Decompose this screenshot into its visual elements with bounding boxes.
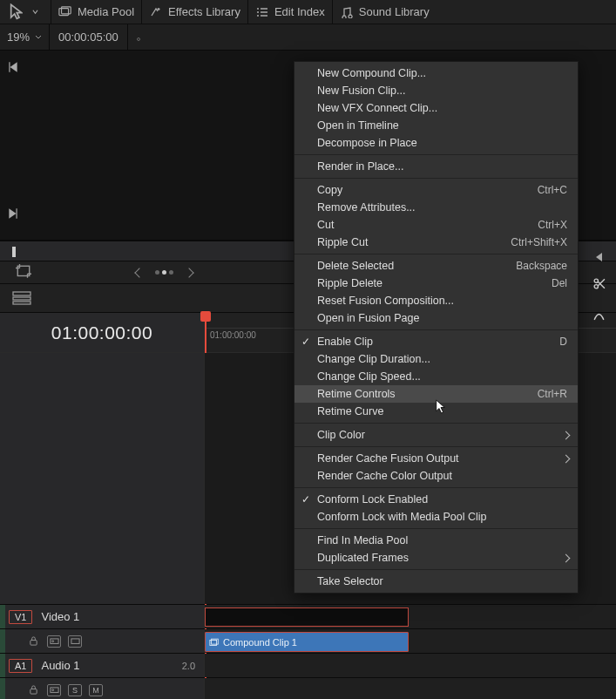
- video-clip-thumbnail[interactable]: [205, 607, 409, 627]
- menu-item-label: Render in Place...: [317, 160, 403, 173]
- clip-icon: [209, 638, 220, 647]
- edit-index-tab[interactable]: Edit Index: [248, 0, 333, 24]
- menu-item[interactable]: Open in Fusion Page: [294, 309, 578, 327]
- go-to-start-button[interactable]: [7, 61, 19, 73]
- menu-item[interactable]: New VFX Connect Clip...: [294, 99, 578, 117]
- video-track-clip-lane[interactable]: Compound Clip 1: [205, 629, 616, 653]
- lock-icon[interactable]: [26, 684, 40, 696]
- menu-item[interactable]: New Compound Clip...: [294, 64, 578, 82]
- go-to-end-button[interactable]: [7, 207, 19, 220]
- audio-track-header-row: A1 Audio 1 2.0: [0, 653, 616, 677]
- menu-item[interactable]: Delete SelectedBackspace: [294, 257, 578, 275]
- menu-item-shortcut: Ctrl+R: [538, 388, 567, 400]
- video-track-header-row: V1 Video 1: [0, 604, 616, 628]
- menu-item[interactable]: Find In Media Pool: [294, 532, 578, 549]
- media-pool-icon: [58, 7, 72, 17]
- menu-item-label: Change Clip Speed...: [317, 370, 421, 383]
- menu-item-shortcut: D: [559, 336, 567, 348]
- menu-item[interactable]: Change Clip Speed...: [294, 368, 578, 385]
- menu-item-shortcut: Ctrl+C: [538, 184, 567, 196]
- menu-item[interactable]: Conform Lock with Media Pool Clip: [294, 508, 578, 526]
- clip-context-menu: New Compound Clip...New Fusion Clip...Ne…: [294, 61, 579, 594]
- menu-item-shortcut: Backspace: [516, 260, 567, 272]
- video-track-controls-row: Compound Clip 1: [0, 628, 616, 653]
- sound-library-tab[interactable]: Sound Library: [333, 0, 437, 24]
- mute-button[interactable]: M: [89, 684, 103, 696]
- menu-item-label: Cut: [317, 219, 334, 231]
- audio-track-clip-lane[interactable]: [205, 678, 616, 699]
- menu-item-label: Enable Clip: [317, 336, 373, 348]
- menu-item[interactable]: Render in Place...: [294, 158, 578, 175]
- duration-field[interactable]: 00:00:05:00: [50, 24, 128, 50]
- menu-item[interactable]: Remove Attributes...: [294, 199, 578, 216]
- video-track-lane[interactable]: [205, 605, 616, 628]
- menu-item[interactable]: Render Cache Color Output: [294, 467, 578, 485]
- menu-item[interactable]: Render Cache Fusion Output: [294, 450, 578, 467]
- timeline-view-icon[interactable]: [12, 291, 31, 305]
- menu-item-label: Duplicated Frames: [317, 552, 409, 564]
- frame-toggle[interactable]: [68, 635, 82, 648]
- page-dots: [155, 270, 173, 275]
- compound-clip[interactable]: Compound Clip 1: [205, 632, 409, 652]
- zoom-percent: 19%: [7, 31, 30, 44]
- svg-rect-3: [13, 292, 30, 295]
- scrub-handle[interactable]: [12, 247, 16, 257]
- menu-item[interactable]: CopyCtrl+C: [294, 181, 578, 199]
- crop-icon[interactable]: [16, 264, 31, 281]
- effects-icon: [149, 7, 163, 17]
- menu-item-label: Render Cache Fusion Output: [317, 452, 459, 465]
- menu-item[interactable]: Enable ClipD: [294, 333, 578, 350]
- media-pool-label: Media Pool: [78, 5, 134, 18]
- audio-track-lane[interactable]: [205, 654, 616, 677]
- video-track-chip[interactable]: V1: [9, 610, 32, 624]
- menu-item[interactable]: Decompose in Place: [294, 134, 578, 152]
- mouse-cursor: [435, 399, 447, 417]
- menu-item-label: New VFX Connect Clip...: [317, 102, 437, 114]
- video-track-controls: [0, 629, 205, 653]
- audio-track-name: Audio 1: [41, 659, 79, 672]
- menu-item-label: Retime Curve: [317, 405, 383, 417]
- menu-item[interactable]: Open in Timeline: [294, 117, 578, 134]
- caret-down-icon: [28, 7, 42, 17]
- menu-item-shortcut: Del: [552, 277, 567, 289]
- marker-dot[interactable]: [128, 31, 149, 44]
- menu-item-label: Render Cache Color Output: [317, 470, 452, 482]
- next-button[interactable]: [184, 268, 193, 277]
- media-pool-tab[interactable]: Media Pool: [51, 0, 142, 24]
- cursor-icon: [9, 7, 23, 17]
- sound-library-label: Sound Library: [359, 5, 430, 18]
- prev-button[interactable]: [134, 268, 144, 277]
- audio-track-header[interactable]: A1 Audio 1 2.0: [0, 654, 205, 677]
- zoom-dropdown[interactable]: 19%: [0, 24, 50, 50]
- audio-track-chip[interactable]: A1: [9, 659, 32, 673]
- pointer-tool[interactable]: [0, 0, 51, 24]
- lock-icon[interactable]: [26, 635, 40, 648]
- clip-label: Compound Clip 1: [223, 637, 297, 648]
- menu-item-label: Retime Controls: [317, 388, 396, 400]
- auto-select-toggle[interactable]: [47, 635, 61, 648]
- menu-item[interactable]: New Fusion Clip...: [294, 82, 578, 99]
- master-timecode[interactable]: 01:00:00:00: [0, 313, 205, 352]
- effects-library-tab[interactable]: Effects Library: [142, 0, 248, 24]
- effects-library-label: Effects Library: [168, 5, 240, 18]
- menu-item[interactable]: Reset Fusion Composition...: [294, 292, 578, 309]
- auto-select-toggle[interactable]: [47, 684, 61, 696]
- menu-item-label: Reset Fusion Composition...: [317, 295, 454, 307]
- menu-item[interactable]: Duplicated Frames: [294, 549, 578, 567]
- menu-item[interactable]: Conform Lock Enabled: [294, 491, 578, 508]
- menu-item-label: Ripple Delete: [317, 277, 382, 289]
- menu-item[interactable]: Ripple DeleteDel: [294, 275, 578, 292]
- list-icon: [255, 7, 269, 17]
- video-track-header[interactable]: V1 Video 1: [0, 605, 205, 628]
- scissors-icon[interactable]: [592, 277, 606, 293]
- menu-item[interactable]: Change Clip Duration...: [294, 350, 578, 368]
- curve-icon[interactable]: [592, 309, 606, 324]
- menu-item[interactable]: Take Selector: [294, 573, 578, 590]
- menu-item[interactable]: CutCtrl+X: [294, 216, 578, 234]
- svg-rect-9: [71, 639, 78, 643]
- collapse-arrow-icon[interactable]: [596, 253, 602, 261]
- menu-item[interactable]: Ripple CutCtrl+Shift+X: [294, 234, 578, 251]
- menu-item[interactable]: Clip Color: [294, 426, 578, 444]
- solo-button[interactable]: S: [68, 684, 82, 696]
- top-toolbar: Media Pool Effects Library Edit Index So…: [0, 0, 616, 24]
